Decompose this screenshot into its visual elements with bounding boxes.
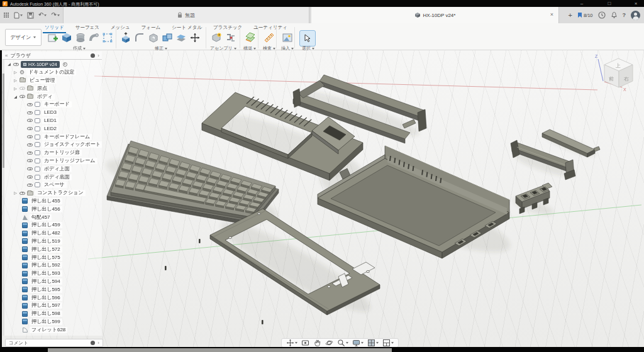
tree-node-bodies[interactable]: ◢ ボディ	[4, 92, 102, 101]
close-button[interactable]: ×	[629, 0, 643, 7]
redo-button[interactable]: ↷	[51, 12, 59, 18]
feature-row[interactable]: フィレット628	[4, 326, 102, 334]
feature-row[interactable]: 押し出し456	[4, 205, 102, 213]
visibility-eye-icon[interactable]	[27, 143, 33, 146]
root-component-pill[interactable]: HX-10DP v24	[21, 61, 60, 68]
sweep-button[interactable]	[88, 31, 101, 44]
tree-node-origin[interactable]: ▷ 原点	[4, 84, 102, 92]
pan-orbit-menu-button[interactable]	[286, 339, 297, 347]
tree-node-named-views[interactable]: ▷ ビュー管理	[4, 77, 102, 85]
collapse-panel-icon[interactable]: «	[5, 53, 8, 58]
press-pull-button[interactable]	[119, 31, 132, 44]
user-avatar[interactable]	[631, 11, 640, 20]
file-menu-button[interactable]	[14, 12, 23, 19]
new-component-button[interactable]	[210, 31, 223, 44]
body-row[interactable]: LED2	[4, 124, 102, 133]
viewcube[interactable]: Z X 上 前 右	[595, 54, 633, 92]
feature-row[interactable]: 押し出し455	[4, 197, 102, 206]
new-tab-button[interactable]: +	[568, 11, 572, 19]
body-row[interactable]: キーボード	[4, 101, 102, 109]
display-settings-button[interactable]	[352, 339, 364, 347]
collapse-arrow-icon[interactable]: ▷	[13, 86, 18, 91]
viewports-button[interactable]	[382, 339, 394, 347]
body-row[interactable]: ボディ底面	[4, 173, 102, 181]
group-label-select[interactable]: 選択	[302, 45, 314, 52]
orbit-icon[interactable]	[325, 339, 333, 347]
comment-chevron-icon[interactable]: ›	[97, 340, 99, 346]
visibility-eye-icon[interactable]	[27, 103, 33, 106]
joint-button[interactable]	[225, 31, 237, 44]
part-cartridge-door[interactable]	[542, 129, 600, 157]
feature-row[interactable]: 押し出し572	[4, 245, 102, 253]
collapse-arrow-icon[interactable]: ▷	[13, 190, 18, 195]
visibility-eye-icon[interactable]	[27, 111, 33, 114]
minimize-button[interactable]: –	[575, 0, 589, 7]
visibility-eye-icon[interactable]	[13, 63, 19, 66]
collapse-arrow-icon[interactable]: ▷	[13, 70, 18, 75]
feature-row[interactable]: 押し出し595	[4, 285, 102, 294]
document-counter-badge[interactable]: 8/10	[577, 12, 593, 18]
feature-row[interactable]: 押し出し575	[4, 253, 102, 261]
group-label-inspect[interactable]: 検査	[263, 45, 275, 52]
maximize-button[interactable]: □	[602, 0, 616, 7]
combine-button[interactable]	[161, 31, 174, 44]
body-row[interactable]: カートリッジフレーム	[4, 157, 102, 165]
extrude-button[interactable]	[60, 31, 73, 44]
body-row[interactable]: ボディ上面	[4, 165, 102, 173]
expand-arrow-icon[interactable]: ◢	[13, 94, 18, 99]
tab-close-icon[interactable]: ×	[550, 11, 553, 18]
visibility-eye-icon[interactable]	[19, 192, 25, 195]
visibility-eye-icon[interactable]	[27, 175, 33, 179]
feature-row[interactable]: 押し出し594	[4, 278, 102, 286]
panel-chevron-icon[interactable]: ›	[97, 53, 99, 58]
undo-button[interactable]: ↶	[38, 12, 47, 18]
panel-options-icon[interactable]	[91, 53, 95, 58]
feature-row[interactable]: 押し出し593	[4, 270, 102, 278]
feature-row[interactable]: 押し出し597	[4, 302, 102, 310]
feature-row[interactable]: 勾配457	[4, 213, 102, 221]
comment-options-icon[interactable]	[91, 341, 95, 345]
tab-document[interactable]: HX-10DP v24* ×	[311, 7, 559, 23]
help-icon[interactable]: ?	[623, 12, 626, 18]
body-row[interactable]: スペーサ	[4, 181, 102, 189]
select-button[interactable]	[299, 30, 316, 47]
tab-untitled[interactable]: 無題	[63, 7, 309, 23]
visibility-eye-off-icon[interactable]	[19, 87, 25, 90]
notifications-bell-icon[interactable]	[611, 11, 618, 19]
zoom-button[interactable]	[337, 339, 348, 347]
visibility-eye-icon[interactable]	[27, 159, 33, 162]
grid-settings-button[interactable]	[367, 339, 379, 347]
expand-arrow-icon[interactable]: ◢	[7, 62, 11, 67]
visibility-eye-icon[interactable]	[27, 119, 33, 122]
fit-view-button[interactable]	[301, 339, 309, 347]
feature-row[interactable]: 押し出し599	[4, 318, 102, 326]
tree-root-row[interactable]: ◢ HX-10DP v24	[4, 60, 102, 69]
group-label-modify[interactable]: 修正	[155, 45, 167, 52]
group-label-create[interactable]: 作成	[73, 45, 86, 52]
construct-plane-button[interactable]	[244, 31, 257, 44]
collapse-arrow-icon[interactable]: ▷	[13, 78, 18, 83]
visibility-eye-icon[interactable]	[27, 184, 33, 187]
feature-row[interactable]: 押し出し596	[4, 294, 102, 302]
comment-bar[interactable]: コメント ›	[5, 339, 103, 347]
group-label-construct[interactable]: 構築	[243, 45, 256, 52]
save-icon[interactable]	[27, 12, 34, 19]
job-status-clock-icon[interactable]	[598, 11, 606, 19]
feature-row[interactable]: 押し出し592	[4, 261, 102, 270]
pan-hand-icon[interactable]	[313, 339, 321, 347]
visibility-eye-icon[interactable]	[27, 127, 33, 130]
feature-row[interactable]: 押し出し482	[4, 229, 102, 238]
insert-canvas-button[interactable]	[281, 31, 294, 44]
measure-button[interactable]	[263, 31, 275, 44]
feature-row[interactable]: 押し出し598	[4, 310, 102, 318]
design-workspace-menu[interactable]: デザイン	[5, 29, 42, 46]
body-row[interactable]: カートリッジ扉	[4, 149, 102, 157]
visibility-eye-icon[interactable]	[27, 135, 33, 138]
visibility-eye-icon[interactable]	[27, 167, 33, 170]
feature-row[interactable]: 押し出し519	[4, 238, 102, 246]
offset-face-button[interactable]	[175, 31, 187, 44]
revolve-button[interactable]	[74, 31, 87, 44]
tree-node-document-settings[interactable]: ▷ ⚙ ドキュメントの設定	[4, 69, 102, 77]
group-label-insert[interactable]: 挿入	[281, 45, 294, 52]
pattern-button[interactable]	[101, 31, 114, 44]
